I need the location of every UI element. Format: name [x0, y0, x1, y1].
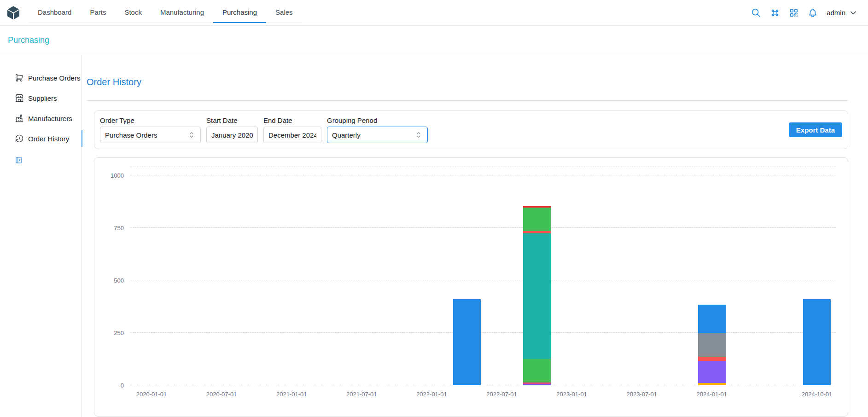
gridline	[130, 332, 836, 333]
start-date-filter: Start Date	[206, 116, 258, 143]
sidebar-collapse-icon[interactable]	[15, 156, 24, 164]
x-axis-tick-label: 2024-10-01	[802, 391, 833, 398]
sidebar-item-label: Purchase Orders	[28, 74, 80, 82]
bar-segment	[698, 305, 726, 334]
app-logo-icon[interactable]	[6, 5, 22, 21]
selector-icon	[187, 131, 196, 139]
start-date-label: Start Date	[206, 116, 258, 124]
bell-icon[interactable]	[808, 8, 818, 18]
sidebar-item-label: Suppliers	[28, 94, 57, 102]
sidebar-item-suppliers[interactable]: Suppliers	[0, 90, 82, 106]
grouping-period-filter: Grouping Period Quarterly	[327, 116, 428, 143]
bar-segment	[698, 383, 726, 386]
x-axis-tick-label: 2020-01-01	[136, 391, 167, 398]
breadcrumb[interactable]: Purchasing	[8, 35, 49, 45]
order-type-filter: Order Type Purchase Orders	[100, 116, 201, 143]
end-date-input[interactable]	[263, 127, 321, 143]
bar-2022-10-01[interactable]	[523, 206, 551, 385]
bar-segment	[698, 361, 726, 383]
gridline	[130, 385, 836, 385]
order-history-chart: 025050075010002020-01-012020-07-012021-0…	[130, 167, 836, 385]
nav-tab-parts[interactable]: Parts	[81, 2, 115, 23]
app-root: Dashboard Parts Stock Manufacturing Purc…	[0, 0, 868, 417]
x-axis-tick-label: 2023-07-01	[626, 391, 657, 398]
breadcrumb-bar: Purchasing	[0, 26, 868, 55]
nav-tab-stock[interactable]: Stock	[115, 2, 151, 23]
building-factory-icon	[15, 114, 24, 123]
bar-segment	[698, 357, 726, 360]
export-data-button[interactable]: Export Data	[789, 122, 842, 137]
sidebar-item-manufacturers[interactable]: Manufacturers	[0, 110, 82, 127]
bar-segment	[523, 208, 551, 231]
y-axis-tick-label: 0	[121, 382, 124, 389]
gridline	[130, 227, 836, 228]
title-divider	[87, 100, 848, 101]
x-axis-tick-label: 2021-07-01	[346, 391, 377, 398]
nav-tab-manufacturing[interactable]: Manufacturing	[151, 2, 213, 23]
command-icon[interactable]	[770, 8, 780, 18]
bar-2022-04-01[interactable]	[453, 299, 481, 385]
grouping-period-value: Quarterly	[332, 131, 361, 139]
gridline	[130, 175, 836, 175]
shopping-cart-icon	[15, 73, 24, 82]
username-label: admin	[827, 9, 845, 17]
end-date-label: End Date	[263, 116, 321, 124]
y-axis-tick-label: 500	[114, 277, 124, 284]
y-axis-tick-label: 750	[114, 225, 124, 232]
x-axis-tick-label: 2022-07-01	[486, 391, 517, 398]
order-type-label: Order Type	[100, 116, 201, 124]
bar-segment	[698, 333, 726, 357]
bar-segment	[523, 359, 551, 382]
sidebar-item-label: Manufacturers	[28, 115, 72, 122]
navbar-actions: admin	[751, 8, 861, 18]
nav-tab-purchasing[interactable]: Purchasing	[213, 2, 266, 23]
purchasing-sidebar: Purchase Orders Suppliers	[0, 55, 82, 417]
bar-2024-01-01[interactable]	[698, 305, 726, 385]
bar-segment	[523, 233, 551, 359]
x-axis-tick-label: 2023-01-01	[556, 391, 587, 398]
x-axis-tick-label: 2021-01-01	[276, 391, 307, 398]
bar-segment	[453, 299, 481, 385]
x-axis-tick-label: 2024-01-01	[697, 391, 728, 398]
bar-2024-10-01[interactable]	[803, 299, 831, 385]
qr-code-icon[interactable]	[789, 8, 799, 18]
filter-panel: Order Type Purchase Orders Start Date	[94, 110, 848, 149]
y-axis-tick-label: 1000	[111, 172, 124, 179]
building-store-icon	[15, 93, 24, 103]
sidebar-item-order-history[interactable]: Order History	[0, 130, 82, 147]
selector-icon	[414, 131, 423, 139]
end-date-filter: End Date	[263, 116, 321, 143]
history-icon	[15, 134, 24, 143]
grouping-period-select[interactable]: Quarterly	[327, 127, 428, 143]
nav-tab-dashboard[interactable]: Dashboard	[29, 2, 81, 23]
bar-segment	[523, 384, 551, 385]
sidebar-item-purchase-orders[interactable]: Purchase Orders	[0, 70, 82, 86]
start-date-input[interactable]	[206, 127, 258, 143]
order-type-select[interactable]: Purchase Orders	[100, 127, 201, 143]
chevron-down-icon	[849, 8, 858, 17]
sidebar-item-label: Order History	[28, 135, 69, 143]
chart-panel: 025050075010002020-01-012020-07-012021-0…	[94, 157, 848, 417]
nav-tab-sales[interactable]: Sales	[266, 2, 302, 23]
main-content: Order History Order Type Purchase Orders	[82, 55, 868, 417]
grouping-period-label: Grouping Period	[327, 116, 428, 124]
bar-segment	[803, 299, 831, 385]
y-axis-tick-label: 250	[114, 330, 124, 336]
x-axis-tick-label: 2022-01-01	[416, 391, 447, 398]
gridline	[130, 280, 836, 280]
user-menu[interactable]: admin	[827, 8, 858, 17]
gridline-top	[130, 167, 836, 167]
order-type-value: Purchase Orders	[105, 131, 157, 139]
main-nav-tabs: Dashboard Parts Stock Manufacturing Purc…	[29, 2, 302, 23]
x-axis-tick-label: 2020-07-01	[206, 391, 237, 398]
page-body: Purchase Orders Suppliers	[0, 55, 868, 417]
page-title: Order History	[87, 76, 848, 87]
search-icon[interactable]	[751, 8, 761, 18]
top-navbar: Dashboard Parts Stock Manufacturing Purc…	[0, 0, 868, 26]
